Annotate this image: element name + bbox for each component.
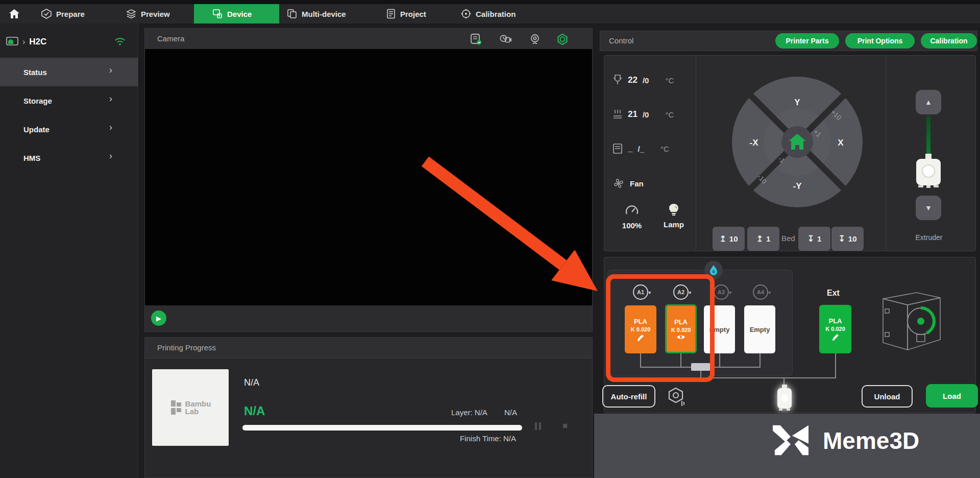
bed-up-1-button[interactable]: ↥ 1 xyxy=(747,227,779,251)
up-triangle-icon: ▲ xyxy=(925,98,932,106)
bambu-lab-logo-icon xyxy=(170,399,182,416)
filament-tube xyxy=(835,353,836,378)
stop-button[interactable]: ■ xyxy=(562,421,568,431)
filament-tube xyxy=(719,353,720,368)
sidebar-item-label: Status xyxy=(23,68,47,77)
divider xyxy=(886,56,886,251)
printer-parts-label: Printer Parts xyxy=(786,37,828,45)
bed-down-icon: ↧ xyxy=(807,234,814,244)
extrude-down-button[interactable]: ▼ xyxy=(916,196,941,220)
bed-up-10-button[interactable]: ↥ 10 xyxy=(713,227,745,251)
slot-arrow-icon: ▾ xyxy=(729,290,731,295)
tab-multi-device[interactable]: Multi-device xyxy=(287,4,346,23)
unload-label: Unload xyxy=(874,392,900,401)
slot-a3-refresh-icon[interactable]: A3 ▾ xyxy=(714,284,729,300)
slot-arrow-icon: ▾ xyxy=(768,290,771,295)
bed-down-1-button[interactable]: ↧ 1 xyxy=(798,227,830,251)
filament-card-ext[interactable]: PLA K 0.020 xyxy=(819,305,851,353)
printer-parts-button[interactable]: Printer Parts xyxy=(775,33,839,49)
fan-control[interactable]: Fan xyxy=(612,177,644,189)
humidity-droplet-icon: 5 xyxy=(709,265,718,276)
tab-preview[interactable]: Preview xyxy=(126,4,170,23)
pause-button[interactable] xyxy=(535,422,541,430)
bed-up-icon: ↥ xyxy=(756,234,763,244)
calibration-label: Calibration xyxy=(930,37,967,45)
nozzle-temp-control[interactable]: 22 /0 °C xyxy=(612,74,674,86)
tab-project[interactable]: Project xyxy=(386,4,426,23)
stop-icon: ■ xyxy=(562,421,568,431)
filament-strand xyxy=(926,115,930,155)
progress-bar xyxy=(242,425,522,431)
load-label: Load xyxy=(943,392,961,400)
main-nav-bar: Prepare Preview Device Multi-device Proj… xyxy=(0,4,980,23)
bed-up-icon: ↥ xyxy=(719,234,726,244)
webcam-icon[interactable] xyxy=(529,33,541,45)
temp-unit: °C xyxy=(660,145,669,153)
printer-wireframe-graphic xyxy=(878,282,945,354)
sidebar-item-storage[interactable]: Storage › xyxy=(0,86,138,115)
play-button[interactable]: ▶ xyxy=(151,310,166,326)
bed-label: Bed xyxy=(781,234,795,243)
print-status: N/A xyxy=(244,404,265,418)
filament-tube xyxy=(760,353,761,368)
camera-panel-header: Camera xyxy=(145,29,592,50)
auto-refill-label: Auto-refill xyxy=(611,392,647,401)
tab-calibration[interactable]: Calibration xyxy=(461,4,516,23)
bed-current-temp: 21 xyxy=(628,109,638,119)
sidebar-item-label: HMS xyxy=(23,154,40,162)
chevron-right-icon: › xyxy=(109,122,112,133)
slot-a3-id: A3 xyxy=(718,289,725,295)
home-button[interactable] xyxy=(4,4,24,23)
sidebar-item-status[interactable]: Status › xyxy=(0,58,138,86)
speed-gauge-icon xyxy=(625,204,639,217)
nozzle-current-temp: 22 xyxy=(628,75,638,85)
lamp-control[interactable]: Lamp xyxy=(658,203,689,229)
bed-down-10-label: 10 xyxy=(848,234,857,243)
print-options-button[interactable]: Print Options xyxy=(845,33,915,49)
fan-label: Fan xyxy=(630,179,644,188)
unload-button[interactable]: Unload xyxy=(862,385,913,408)
timelapse-icon[interactable] xyxy=(500,33,512,45)
auto-refill-button[interactable]: Auto-refill xyxy=(602,385,655,408)
slot-a4-refresh-icon[interactable]: A4 ▾ xyxy=(753,284,768,300)
humidity-value: 5 xyxy=(712,269,715,274)
tab-project-label: Project xyxy=(400,10,426,18)
load-button[interactable]: Load xyxy=(926,384,978,408)
device-name: H2C xyxy=(29,37,46,47)
tab-device[interactable]: Device xyxy=(194,4,279,23)
sidebar-item-update[interactable]: Update › xyxy=(0,115,138,144)
camera-settings-icon[interactable] xyxy=(556,33,569,45)
divider xyxy=(696,56,696,251)
tab-device-label: Device xyxy=(227,10,252,18)
filament-card-a4-empty[interactable]: Empty xyxy=(744,305,775,353)
pad-negy-label: -Y xyxy=(793,181,802,191)
sidebar: › H2C Status › Storage › Update › HMS › xyxy=(0,23,138,478)
project-icon xyxy=(386,9,396,19)
sidebar-item-hms[interactable]: HMS › xyxy=(0,144,138,172)
speed-control[interactable]: 100% xyxy=(617,204,647,230)
bed-down-10-button[interactable]: ↧ 10 xyxy=(831,227,864,251)
print-file-name: N/A xyxy=(244,377,259,388)
meme3d-brand-text: Meme3D xyxy=(823,427,919,455)
nozzle-target-temp: /0 xyxy=(643,76,649,85)
temp-unit: °C xyxy=(665,76,674,85)
ext-label: Ext xyxy=(827,289,840,298)
bed-down-1-label: 1 xyxy=(817,234,821,243)
extrude-up-button[interactable]: ▲ xyxy=(916,90,941,114)
stream-status-icon[interactable] xyxy=(470,33,482,45)
ams-settings-icon[interactable] xyxy=(667,387,687,408)
annotation-highlight-box xyxy=(606,274,715,382)
app-window: Prepare Preview Device Multi-device Proj… xyxy=(0,0,980,478)
wifi-icon xyxy=(114,37,126,46)
movement-pad[interactable]: Y X -X -Y +10 +1 -1 -10 xyxy=(731,76,864,208)
bed-temp-control[interactable]: 21 /0 °C xyxy=(612,109,674,120)
tab-prepare[interactable]: Prepare xyxy=(41,4,85,23)
extruder-graphic xyxy=(914,154,943,190)
time-remaining: N/A xyxy=(504,408,517,417)
control-panel-body: 22 /0 °C 21 /0 °C _ /_ °C Fan 100% Lamp xyxy=(604,55,976,251)
tab-preview-label: Preview xyxy=(141,10,170,18)
bed-target-temp: /0 xyxy=(643,110,649,119)
device-selector[interactable]: › H2C xyxy=(0,31,138,53)
chamber-temp-control[interactable]: _ /_ °C xyxy=(612,143,669,154)
calibration-button[interactable]: Calibration xyxy=(921,33,977,49)
